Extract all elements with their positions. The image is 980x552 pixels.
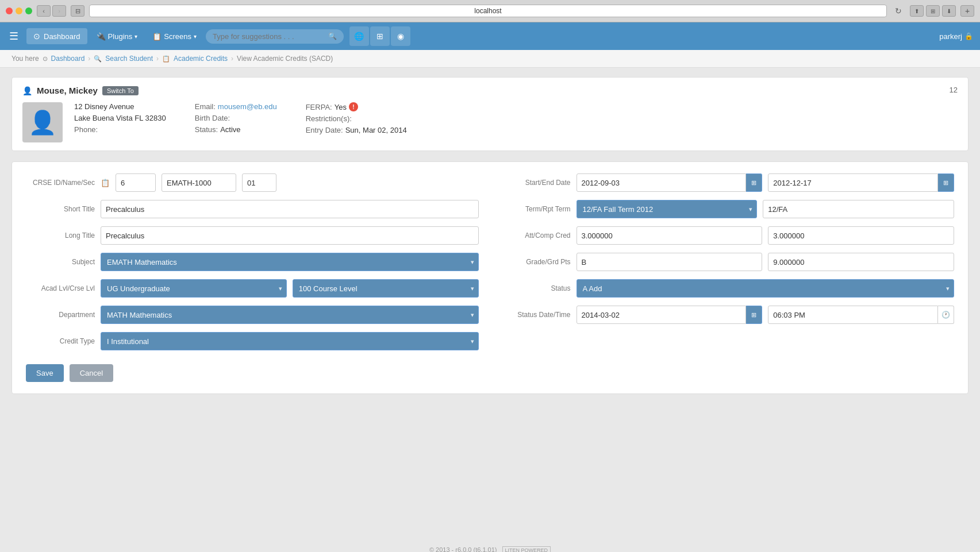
student-phone-row: Phone: bbox=[74, 125, 166, 134]
comp-input[interactable] bbox=[768, 226, 954, 245]
department-row: Department MATH Mathematics ▾ bbox=[26, 306, 479, 324]
screens-chevron-icon: ▾ bbox=[194, 33, 197, 40]
search-bar: 🔍 bbox=[206, 29, 344, 44]
browser-share-btn[interactable]: ⬆ bbox=[910, 5, 924, 17]
browser-url-bar[interactable]: localhost bbox=[89, 5, 887, 17]
birth-date-row: Birth Date: bbox=[195, 114, 277, 122]
end-date-cal-btn[interactable]: ⊞ bbox=[938, 173, 954, 192]
ferpa-warning-icon: ! bbox=[349, 102, 358, 111]
crse-id-label: CRSE ID/Name/Sec bbox=[26, 179, 95, 187]
credit-type-select[interactable]: I Institutional bbox=[101, 332, 479, 350]
form-left-col: CRSE ID/Name/Sec 📋 Short Title Long Titl… bbox=[26, 173, 479, 350]
status-date-cal-btn[interactable]: ⊞ bbox=[746, 306, 762, 324]
student-address2: Lake Buena Vista FL 32830 bbox=[74, 114, 166, 122]
plugins-nav-label: Plugins bbox=[108, 32, 133, 41]
browser-download-btn[interactable]: ⬇ bbox=[942, 5, 956, 17]
entry-date-row: Entry Date: Sun, Mar 02, 2014 bbox=[306, 126, 407, 134]
crse-copy-icon[interactable]: 📋 bbox=[101, 179, 110, 187]
department-select[interactable]: MATH Mathematics bbox=[101, 306, 479, 324]
subject-label: Subject bbox=[26, 258, 95, 266]
breadcrumb-bar: You here ⊙ Dashboard › 🔍 Search Student … bbox=[0, 50, 980, 68]
crse-lvl-select[interactable]: 100 Course Level bbox=[293, 279, 479, 298]
browser-fullscreen-btn[interactable]: ⊞ bbox=[926, 5, 940, 17]
student-person-icon: 👤 bbox=[22, 86, 32, 95]
subject-select[interactable]: EMATH Mathematics bbox=[101, 253, 479, 271]
grade-pts-label: Grade/Grd Pts bbox=[502, 258, 571, 266]
search-input[interactable] bbox=[213, 32, 325, 41]
plugins-nav-btn[interactable]: 🔌 Plugins ▾ bbox=[91, 29, 144, 44]
long-title-label: Long Title bbox=[26, 231, 95, 240]
nav-lock-icon: 🔒 bbox=[964, 32, 973, 40]
short-title-input[interactable] bbox=[101, 200, 479, 218]
nav-circle-btn[interactable]: ◉ bbox=[391, 26, 410, 46]
breadcrumb-sep1: › bbox=[88, 55, 90, 63]
grd-pts-input[interactable] bbox=[768, 253, 954, 271]
department-label: Department bbox=[26, 311, 95, 319]
dot-yellow[interactable] bbox=[16, 7, 22, 14]
status-select-row: Status A Add ▾ bbox=[502, 279, 955, 298]
main-content: 👤 Mouse, Mickey Switch To 12 👤 12 Disney… bbox=[0, 68, 980, 539]
student-address-col: 12 Disney Avenue Lake Buena Vista FL 328… bbox=[74, 102, 166, 134]
hamburger-btn[interactable]: ☰ bbox=[7, 28, 21, 45]
switch-to-btn[interactable]: Switch To bbox=[102, 86, 139, 95]
rpt-term-input[interactable] bbox=[763, 200, 954, 218]
crse-sec-input[interactable] bbox=[242, 173, 276, 192]
status-time-input[interactable] bbox=[768, 306, 938, 324]
end-date-input[interactable] bbox=[768, 173, 938, 192]
breadcrumb-search-student[interactable]: Search Student bbox=[105, 55, 153, 63]
browser-refresh-btn[interactable]: ↻ bbox=[891, 5, 905, 17]
short-title-label: Short Title bbox=[26, 205, 95, 213]
browser-forward-btn[interactable]: › bbox=[52, 5, 66, 17]
browser-right-actions: ⬆ ⊞ ⬇ bbox=[910, 5, 956, 17]
dashboard-nav-btn[interactable]: ⊙ Dashboard bbox=[26, 28, 87, 44]
cancel-button[interactable]: Cancel bbox=[70, 364, 113, 382]
avatar: 👤 bbox=[22, 102, 63, 142]
dot-green[interactable] bbox=[25, 7, 32, 14]
clock-icon: 🕐 bbox=[941, 311, 950, 319]
screens-nav-label: Screens bbox=[164, 32, 191, 41]
nav-list-btn[interactable]: ⊞ bbox=[370, 26, 390, 46]
short-title-row: Short Title bbox=[26, 200, 479, 218]
breadcrumb-academic-credits[interactable]: Academic Credits bbox=[174, 55, 228, 63]
nav-globe-btn[interactable]: 🌐 bbox=[349, 26, 369, 46]
status-date-input[interactable] bbox=[577, 306, 747, 324]
long-title-input[interactable] bbox=[101, 226, 479, 245]
status-time-clock-btn[interactable]: 🕐 bbox=[938, 306, 954, 324]
status-label: Status: bbox=[195, 125, 218, 134]
att-input[interactable] bbox=[577, 226, 763, 245]
form-card: CRSE ID/Name/Sec 📋 Short Title Long Titl… bbox=[11, 161, 969, 394]
start-end-date-row: Start/End Date ⊞ ⊞ bbox=[502, 173, 955, 192]
browser-back-btn[interactable]: ‹ bbox=[37, 5, 51, 17]
acad-lvl-select[interactable]: UG Undergraduate bbox=[101, 279, 287, 298]
breadcrumb-dashboard[interactable]: Dashboard bbox=[51, 55, 85, 63]
grade-input[interactable] bbox=[577, 253, 763, 271]
browser-layout-btn[interactable]: ⊟ bbox=[71, 5, 84, 17]
form-grid: CRSE ID/Name/Sec 📋 Short Title Long Titl… bbox=[26, 173, 954, 350]
email-label: Email: bbox=[195, 102, 216, 111]
acad-lvl-select-wrapper: UG Undergraduate ▾ bbox=[101, 279, 287, 298]
dashboard-nav-icon: ⊙ bbox=[33, 32, 40, 41]
dot-red[interactable] bbox=[6, 7, 13, 14]
long-title-row: Long Title bbox=[26, 226, 479, 245]
start-date-input[interactable] bbox=[577, 173, 747, 192]
term-select-wrapper: 12/FA Fall Term 2012 ▾ bbox=[577, 200, 758, 218]
status-select[interactable]: A Add bbox=[577, 279, 955, 298]
nav-icon-group: 🌐 ⊞ ◉ bbox=[349, 26, 410, 46]
credit-type-label: Credit Type bbox=[26, 337, 95, 345]
student-header: 👤 Mouse, Mickey Switch To bbox=[22, 86, 958, 95]
screens-nav-btn[interactable]: 📋 Screens ▾ bbox=[147, 29, 202, 44]
email-row: Email: mousem@eb.edu bbox=[195, 102, 277, 111]
crse-id-input[interactable] bbox=[116, 173, 156, 192]
term-select[interactable]: 12/FA Fall Term 2012 bbox=[577, 200, 758, 218]
app-navbar: ☰ ⊙ Dashboard 🔌 Plugins ▾ 📋 Screens ▾ 🔍 … bbox=[0, 22, 980, 50]
student-address1: 12 Disney Avenue bbox=[74, 102, 166, 111]
email-link[interactable]: mousem@eb.edu bbox=[218, 102, 277, 111]
acad-lvl-label: Acad Lvl/Crse Lvl bbox=[26, 284, 95, 292]
browser-new-tab-btn[interactable]: + bbox=[960, 5, 974, 17]
save-button[interactable]: Save bbox=[26, 364, 64, 382]
crse-name-input[interactable] bbox=[162, 173, 236, 192]
start-date-cal-btn[interactable]: ⊞ bbox=[746, 173, 762, 192]
nav-username: parkerj bbox=[939, 32, 962, 41]
term-rpt-row: Term/Rpt Term 12/FA Fall Term 2012 ▾ bbox=[502, 200, 955, 218]
term-rpt-label: Term/Rpt Term bbox=[502, 205, 571, 213]
